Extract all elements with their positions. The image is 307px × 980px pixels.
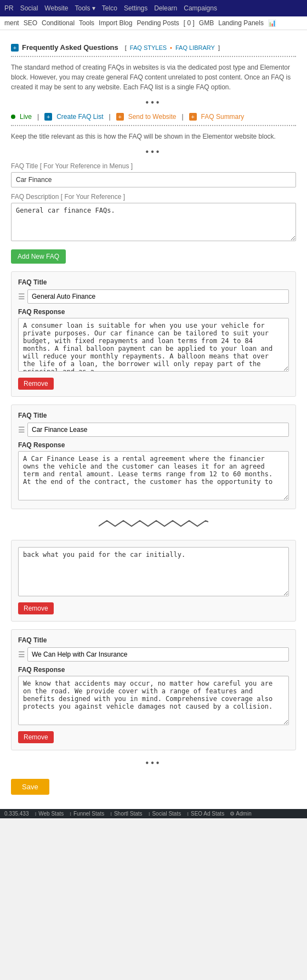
ellipsis-1: ••• bbox=[11, 98, 296, 107]
drag-handle-icon-1[interactable]: ☰ bbox=[18, 292, 25, 301]
faq-card-1-input-row: ☰ bbox=[18, 289, 289, 304]
faq-card-2: FAQ Title ☰ FAQ Response A Car Finance L… bbox=[11, 404, 296, 509]
faq-card-1: FAQ Title ☰ FAQ Response A consumer loan… bbox=[11, 271, 296, 397]
ellipsis-2: ••• bbox=[11, 147, 296, 157]
faq-card-3-input-row: ☰ bbox=[18, 647, 289, 662]
faq-card-1-title-label: FAQ Title bbox=[18, 278, 289, 286]
nav-item-telco[interactable]: Telco bbox=[102, 4, 117, 12]
nav-item-settings[interactable]: Settings bbox=[124, 4, 147, 12]
nav-item-delearn[interactable]: Delearn bbox=[154, 4, 177, 12]
nav-item-pr[interactable]: PR bbox=[4, 4, 14, 12]
nav-item-campaigns[interactable]: Campaigns bbox=[184, 4, 217, 12]
partial-faq-card: back what you paid for the car initially… bbox=[11, 540, 296, 622]
secnav-ment[interactable]: ment bbox=[4, 19, 19, 27]
faq-description-text: The standard method of creating FAQs in … bbox=[11, 62, 296, 92]
faq-card-1-response-label: FAQ Response bbox=[18, 308, 289, 316]
faq-card-2-title-input[interactable] bbox=[27, 423, 289, 437]
faq-summary-btn[interactable]: FAQ Summary bbox=[201, 113, 245, 121]
secnav-pending-posts[interactable]: Pending Posts bbox=[137, 19, 179, 27]
faq-card-1-remove-button[interactable]: Remove bbox=[18, 378, 54, 390]
faq-action-bar: Live | + Create FAQ List | + Send to Web… bbox=[11, 113, 296, 121]
faq-library-link[interactable]: FAQ LIBRARY bbox=[175, 44, 215, 51]
secnav-gmb[interactable]: GMB bbox=[199, 19, 214, 27]
faq-card-2-title-label: FAQ Title bbox=[18, 412, 289, 419]
create-list-plus-icon: + bbox=[44, 113, 52, 121]
drag-handle-icon-3[interactable]: ☰ bbox=[18, 650, 25, 659]
faq-header-title: Frequently Asked Questions bbox=[22, 43, 118, 52]
partial-response-textarea[interactable]: back what you paid for the car initially… bbox=[18, 547, 289, 596]
secnav-chart-icon[interactable]: 📊 bbox=[268, 19, 276, 27]
nav-item-tools[interactable]: Tools ▾ bbox=[75, 4, 95, 12]
top-navigation: PR Social Website Tools ▾ Telco Settings… bbox=[0, 0, 307, 16]
faq-plus-icon: + bbox=[11, 44, 19, 52]
main-content: + Frequently Asked Questions [ FAQ STYLE… bbox=[0, 30, 307, 809]
faq-header-row: + Frequently Asked Questions [ FAQ STYLE… bbox=[11, 43, 296, 52]
secnav-tools[interactable]: Tools bbox=[79, 19, 94, 27]
status-social-stats[interactable]: ↕ Social Stats bbox=[148, 811, 181, 817]
faq-note-text: Keep the title relevant as this is how t… bbox=[11, 132, 296, 141]
faq-card-3-response-label: FAQ Response bbox=[18, 666, 289, 674]
send-to-website-btn[interactable]: Send to Website bbox=[128, 113, 177, 121]
faq-summary-icon: + bbox=[189, 113, 197, 121]
faq-card-1-title-input[interactable] bbox=[27, 289, 289, 304]
status-shortl-stats[interactable]: ↕ Shortl Stats bbox=[110, 811, 142, 817]
faq-card-1-response-textarea[interactable]: A consumer loan is suitable for when you… bbox=[18, 318, 289, 372]
status-bar: 0.335.433 ↕ Web Stats ↕ Funnel Stats ↕ S… bbox=[0, 809, 307, 818]
ellipsis-bottom: ••• bbox=[11, 758, 296, 768]
faq-card-3-response-textarea[interactable]: We know that accidents may occur, no mat… bbox=[18, 676, 289, 725]
faq-card-3-title-input[interactable] bbox=[27, 647, 289, 662]
faq-card-3-title-label: FAQ Title bbox=[18, 636, 289, 644]
send-website-icon: + bbox=[116, 113, 124, 121]
status-admin[interactable]: ⚙ Admin bbox=[230, 811, 252, 817]
faq-description-textarea[interactable]: General car finance FAQs. bbox=[11, 203, 296, 241]
nav-item-social[interactable]: Social bbox=[20, 4, 38, 12]
nav-item-website[interactable]: Website bbox=[44, 4, 68, 12]
status-seo-stats[interactable]: ↕ SEO Ad Stats bbox=[186, 811, 224, 817]
divider-2 bbox=[11, 125, 296, 126]
faq-title-label: FAQ Title [ For Your Reference in Menus … bbox=[11, 162, 296, 170]
secnav-import-blog[interactable]: Import Blog bbox=[99, 19, 132, 27]
status-web-stats[interactable]: ↕ Web Stats bbox=[35, 811, 64, 817]
secnav-seo[interactable]: SEO bbox=[24, 19, 37, 27]
secnav-conditional[interactable]: Conditional bbox=[42, 19, 75, 27]
secondary-navigation: ment SEO Conditional Tools Import Blog P… bbox=[0, 16, 307, 30]
live-indicator-dot bbox=[11, 115, 15, 119]
drag-handle-icon-2[interactable]: ☰ bbox=[18, 425, 25, 434]
save-button[interactable]: Save bbox=[11, 779, 49, 795]
faq-description-label: FAQ Description [ For Your Reference ] bbox=[11, 193, 296, 201]
status-version: 0.335.433 bbox=[4, 811, 29, 817]
faq-card-3: FAQ Title ☰ FAQ Response We know that ac… bbox=[11, 629, 296, 750]
faq-styles-link[interactable]: FAQ STYLES bbox=[130, 44, 167, 51]
divider-1 bbox=[11, 56, 296, 57]
live-label[interactable]: Live bbox=[20, 113, 32, 121]
faq-title-input[interactable] bbox=[11, 172, 296, 187]
partial-card-remove-button[interactable]: Remove bbox=[18, 602, 54, 614]
bullet-separator: • bbox=[170, 44, 172, 51]
create-faq-list-btn[interactable]: Create FAQ List bbox=[56, 113, 103, 121]
faq-card-3-remove-button[interactable]: Remove bbox=[18, 731, 54, 743]
zigzag-divider bbox=[11, 518, 296, 531]
secnav-count[interactable]: [ 0 ] bbox=[184, 19, 195, 27]
add-new-faq-button[interactable]: Add New FAQ bbox=[11, 249, 66, 264]
faq-card-2-response-label: FAQ Response bbox=[18, 441, 289, 449]
status-funnel-stats[interactable]: ↕ Funnel Stats bbox=[69, 811, 104, 817]
faq-card-2-input-row: ☰ bbox=[18, 423, 289, 437]
secnav-landing-panels[interactable]: Landing Panels bbox=[218, 19, 264, 27]
faq-card-2-response-textarea[interactable]: A Car Finance Lease is a rental agreemen… bbox=[18, 451, 289, 500]
